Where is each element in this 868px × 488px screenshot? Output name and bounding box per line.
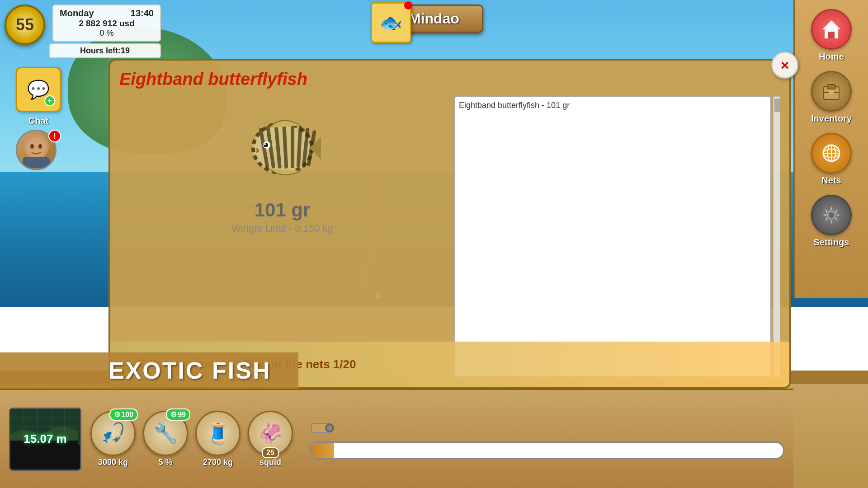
svg-point-2: [30, 144, 34, 149]
info-panel: Eightband butterflyfish - 101 gr: [454, 96, 780, 377]
svg-point-32: [264, 143, 266, 145]
svg-rect-6: [828, 32, 835, 38]
fish-notes-notification: [404, 1, 412, 9]
svg-rect-4: [23, 157, 50, 168]
bottom-bar: 15.07 m 🎣 ⚙ 100 3000 kg 🔧 ⚙ 99: [0, 389, 793, 488]
rod-weight-label: 3000 kg: [98, 458, 128, 467]
line-item[interactable]: 🧵 2700 kg: [195, 411, 241, 467]
textbox-scrollbar[interactable]: [773, 96, 780, 377]
rod-item[interactable]: 🎣 ⚙ 100 3000 kg: [90, 411, 136, 467]
settings-label: Settings: [814, 237, 849, 248]
modal-close-button[interactable]: ×: [771, 52, 798, 79]
line-weight-label: 2700 kg: [203, 458, 233, 467]
svg-rect-24: [291, 125, 294, 168]
fish-icon: 🐟: [380, 12, 402, 33]
left-sidebar: 💬 + Chat !: [0, 63, 77, 178]
right-sidebar: Home Inventory Nets: [793, 0, 868, 298]
svg-point-3: [38, 144, 42, 149]
reel-item[interactable]: 🔧 ⚙ 99 5 %: [143, 411, 188, 467]
depth-value: 15.07 m: [24, 432, 66, 446]
modal-content-area: 101 gr Weight Limit - 0.150 kg Eightband…: [119, 96, 780, 377]
home-label: Home: [819, 52, 844, 62]
chat-button[interactable]: 💬 +: [16, 67, 61, 112]
bait-name-label: squid: [259, 458, 281, 467]
avatar-alert-icon: !: [48, 130, 61, 142]
scrollbar-thumb: [774, 99, 780, 112]
fish-notes-area[interactable]: 🐟: [371, 2, 416, 47]
day-label: Monday: [60, 8, 94, 19]
reel-value: 99: [178, 411, 186, 419]
hours-left: Hours left:19: [49, 43, 161, 58]
rod-value: 100: [121, 411, 133, 419]
percent-display: 0 %: [60, 28, 154, 38]
level-badge: 55: [5, 5, 45, 45]
fish-info-text: Eightband butterflyfish - 101 gr: [459, 101, 570, 110]
reel-icon: 🔧 ⚙ 99: [143, 411, 188, 456]
fish-weight-limit: Weight Limit - 0.150 kg: [231, 223, 333, 235]
svg-point-17: [828, 212, 835, 218]
bait-count-badge: 25: [262, 447, 279, 458]
home-icon: [811, 9, 852, 50]
nav-home[interactable]: Home: [800, 9, 863, 62]
stats-box: Monday 13:40 2 882 912 usd 0 %: [52, 5, 161, 42]
bait-item[interactable]: 🦑 25 squid: [248, 411, 293, 467]
time-label: 13:40: [131, 8, 154, 19]
fish-name-title: Eightband butterflyfish: [119, 70, 780, 89]
fish-info-textbox[interactable]: Eightband butterflyfish - 101 gr: [454, 96, 771, 377]
gear-icon: ⚙: [114, 410, 120, 419]
nets-icon: [811, 133, 852, 174]
chat-label: Chat: [28, 116, 48, 126]
nav-inventory[interactable]: Inventory: [800, 71, 863, 124]
casting-bar-area: [309, 419, 784, 460]
day-time-row: Monday 13:40: [60, 8, 154, 19]
bait-icon: 🦑 25: [248, 411, 293, 456]
nav-settings[interactable]: Settings: [800, 195, 863, 248]
money-display: 2 882 912 usd: [60, 19, 154, 28]
inventory-label: Inventory: [811, 113, 852, 124]
svg-point-31: [264, 143, 268, 147]
casting-icon-row: [309, 419, 784, 437]
fish-weight: 101 gr: [255, 199, 311, 221]
fish-notes-icon[interactable]: 🐟: [371, 2, 411, 43]
fish-image: [233, 96, 332, 196]
nav-nets[interactable]: Nets: [800, 133, 863, 186]
settings-icon: [811, 195, 852, 235]
gear-icon-2: ⚙: [170, 410, 177, 419]
line-icon: 🧵: [195, 411, 241, 456]
level-value: 55: [16, 15, 34, 34]
svg-point-44: [327, 425, 332, 431]
exotic-fish-banner: EXOTIC FISH: [0, 352, 298, 389]
casting-energy-bar[interactable]: [309, 441, 784, 460]
player-avatar-container[interactable]: !: [16, 130, 61, 175]
depth-display: 15.07 m: [9, 408, 81, 471]
equipment-items: 🎣 ⚙ 100 3000 kg 🔧 ⚙ 99 5 % 🧵: [90, 411, 784, 467]
reel-badge: ⚙ 99: [166, 408, 190, 421]
rod-badge: ⚙ 100: [109, 408, 138, 421]
casting-bar-fill: [311, 443, 334, 458]
svg-rect-10: [829, 90, 834, 94]
rod-icon: 🎣 ⚙ 100: [90, 411, 136, 456]
reel-percent-label: 5 %: [158, 458, 172, 467]
nets-label: Nets: [821, 175, 841, 186]
fish-catch-modal: × Eightband butterflyfish: [108, 59, 791, 389]
svg-rect-8: [827, 84, 835, 89]
chat-plus-icon: +: [44, 95, 55, 106]
inventory-icon: [811, 71, 852, 112]
exotic-fish-label: EXOTIC FISH: [108, 357, 271, 384]
fish-panel: 101 gr Weight Limit - 0.150 kg: [119, 96, 445, 377]
